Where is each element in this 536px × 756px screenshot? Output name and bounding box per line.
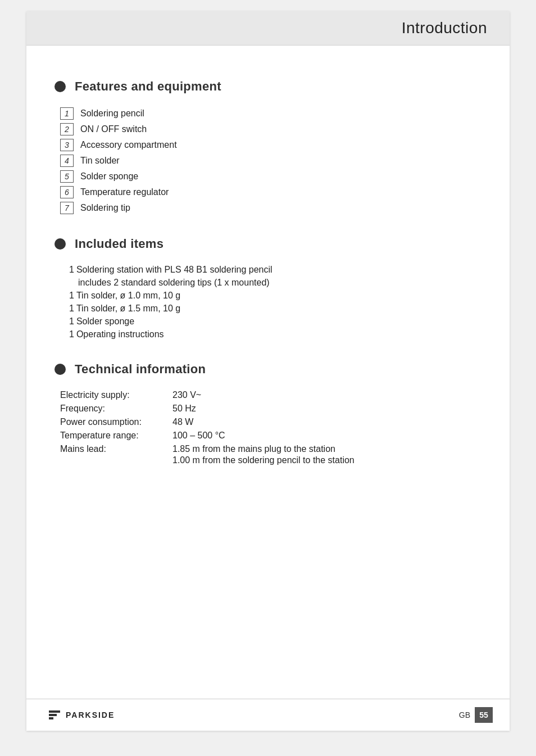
included-quantity: 1 <box>69 329 74 339</box>
page-title: Introduction <box>402 19 487 37</box>
tech-label: Frequency: <box>60 404 172 414</box>
included-item: 1Soldering station with PLS 48 B1 solder… <box>60 265 482 275</box>
tech-row: Power consumption:48 W <box>60 417 482 427</box>
included-title: Included items <box>75 237 163 251</box>
tech-row: Mains lead: 1.85 m from the mains plug t… <box>60 444 482 467</box>
included-quantity: 1 <box>69 304 74 314</box>
tech-value-line-1: 1.85 m from the mains plug to the statio… <box>172 444 482 454</box>
technical-heading: Technical information <box>54 362 482 377</box>
tech-row: Frequency:50 Hz <box>60 404 482 414</box>
feature-item: 7 Soldering tip <box>60 202 482 214</box>
tech-value: 1.85 m from the mains plug to the statio… <box>172 444 482 467</box>
parkside-stripes-icon <box>49 710 60 719</box>
page-info: GB 55 <box>459 707 493 723</box>
feature-number: 1 <box>60 107 74 120</box>
included-item: 1Tin solder, ø 1.0 mm, 10 g <box>60 291 482 301</box>
included-list: 1Soldering station with PLS 48 B1 solder… <box>60 265 482 339</box>
feature-number: 3 <box>60 139 74 151</box>
tech-value: 100 – 500 °C <box>172 431 482 441</box>
feature-label: Tin solder <box>80 156 120 166</box>
tech-value: 48 W <box>172 417 482 427</box>
feature-label: Temperature regulator <box>80 187 169 197</box>
feature-item: 3 Accessory compartment <box>60 139 482 151</box>
feature-item: 5 Solder sponge <box>60 170 482 183</box>
feature-number: 7 <box>60 202 74 214</box>
header-bar: Introduction <box>26 11 510 46</box>
country-code: GB <box>459 710 470 719</box>
included-heading: Included items <box>54 237 482 251</box>
tech-value: 230 V~ <box>172 390 482 400</box>
feature-label: Accessory compartment <box>80 140 177 150</box>
feature-item: 1 Soldering pencil <box>60 107 482 120</box>
technical-title: Technical information <box>75 362 206 377</box>
brand-logo: PARKSIDE <box>49 710 115 719</box>
brand-name: PARKSIDE <box>66 710 115 719</box>
feature-number: 2 <box>60 123 74 135</box>
footer: PARKSIDE GB 55 <box>26 699 510 731</box>
included-sub-item: includes 2 standard soldering tips (1 x … <box>60 278 482 288</box>
included-quantity: 1 <box>69 291 74 301</box>
feature-item: 4 Tin solder <box>60 155 482 167</box>
stripe-2 <box>49 714 57 716</box>
feature-label: ON / OFF switch <box>80 124 147 134</box>
features-list: 1 Soldering pencil 2 ON / OFF switch 3 A… <box>60 107 482 214</box>
features-title: Features and equipment <box>75 79 221 94</box>
included-item: 1Tin solder, ø 1.5 mm, 10 g <box>60 304 482 314</box>
features-heading: Features and equipment <box>54 79 482 94</box>
tech-label: Electricity supply: <box>60 390 172 400</box>
page-number: 55 <box>475 707 493 723</box>
bullet-icon <box>54 81 66 92</box>
included-quantity: 1 <box>69 265 74 275</box>
tech-value-line-2: 1.00 m from the soldering pencil to the … <box>172 455 482 465</box>
feature-number: 4 <box>60 155 74 167</box>
feature-number: 6 <box>60 186 74 198</box>
tech-value: 50 Hz <box>172 404 482 414</box>
tech-row: Temperature range:100 – 500 °C <box>60 431 482 441</box>
feature-number: 5 <box>60 170 74 183</box>
feature-label: Soldering tip <box>80 203 130 213</box>
feature-label: Soldering pencil <box>80 108 144 119</box>
tech-label: Mains lead: <box>60 444 172 467</box>
feature-item: 2 ON / OFF switch <box>60 123 482 135</box>
included-item: 1Solder sponge <box>60 316 482 327</box>
page: Introduction Features and equipment 1 So… <box>26 11 510 731</box>
bullet-icon-2 <box>54 238 66 250</box>
included-quantity: 1 <box>69 316 74 327</box>
main-content: Features and equipment 1 Soldering penci… <box>26 46 510 504</box>
tech-label: Power consumption: <box>60 417 172 427</box>
tech-row: Electricity supply:230 V~ <box>60 390 482 400</box>
included-item: 1Operating instructions <box>60 329 482 339</box>
stripe-3 <box>49 717 53 719</box>
tech-table: Electricity supply:230 V~Frequency:50 Hz… <box>60 390 482 467</box>
feature-label: Solder sponge <box>80 171 138 182</box>
tech-label: Temperature range: <box>60 431 172 441</box>
bullet-icon-3 <box>54 364 66 375</box>
feature-item: 6 Temperature regulator <box>60 186 482 198</box>
stripe-1 <box>49 710 60 713</box>
